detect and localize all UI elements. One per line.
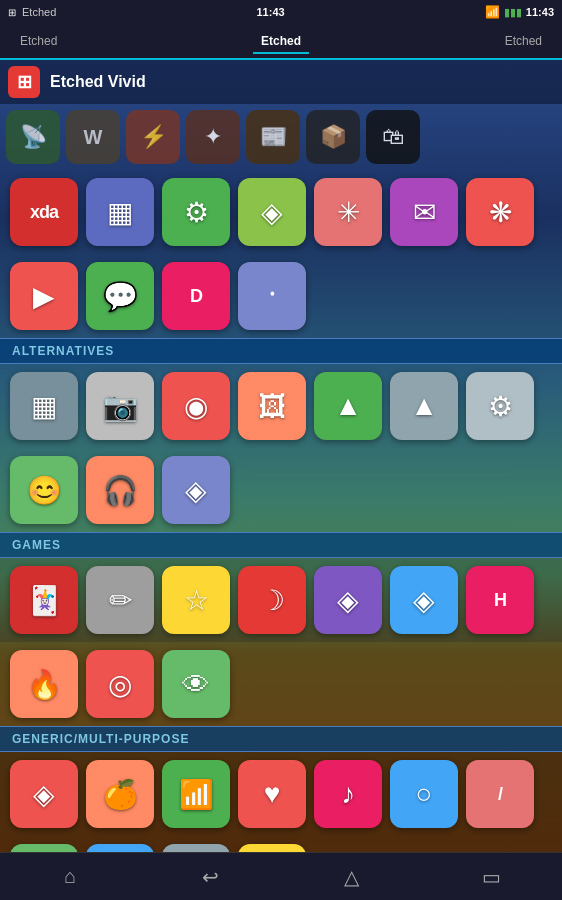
cube2-symbol: ◈ (337, 584, 359, 617)
app-icon-card[interactable]: 🃏 (10, 566, 78, 634)
nav-up-icon: △ (344, 865, 359, 889)
app-icon-circle[interactable]: ◎ (86, 650, 154, 718)
android-icon-symbol: ⚙ (184, 196, 209, 229)
app-icon-music[interactable]: ♪ (314, 760, 382, 828)
tab-etched-center[interactable]: Etched (253, 30, 309, 54)
games-icon-row-2: 🔥 ◎ 👁 (0, 642, 562, 726)
nav-up-btn[interactable]: △ (321, 857, 381, 897)
app-icon-star1[interactable]: ✳ (314, 178, 382, 246)
icon-row-2: ▶ 💬 D ᛫ (0, 254, 562, 338)
top-icons-row: 📡 W ⚡ ✦ 📰 📦 🛍 (0, 104, 562, 170)
star2-symbol: ☆ (184, 584, 209, 617)
app-icon-whatsapp[interactable]: 💬 (86, 262, 154, 330)
app-icon-eye[interactable]: 👁 (162, 650, 230, 718)
app-icon-drive2[interactable]: ▲ (390, 372, 458, 440)
eye-symbol: 👁 (182, 668, 210, 701)
app-icon-d[interactable]: D (162, 262, 230, 330)
app-icon-bluetooth[interactable]: ᛫ (238, 262, 306, 330)
tab-etched-left[interactable]: Etched (12, 30, 65, 52)
settings-symbol: ⚙ (488, 390, 513, 423)
app-icon-heart[interactable]: ♥ (238, 760, 306, 828)
app-icon-headphones[interactable]: 🎧 (86, 456, 154, 524)
app-icon-fruit[interactable]: 🍊 (86, 760, 154, 828)
app-icon-star3[interactable]: ★ (238, 844, 306, 852)
top-icon-1[interactable]: W (66, 110, 120, 164)
app-icon-star2[interactable]: ☆ (162, 566, 230, 634)
app-icon-fire[interactable]: 🔥 (10, 650, 78, 718)
grid-icon-symbol: ▦ (107, 196, 133, 229)
status-bar-right: 📶 ▮▮▮ 11:43 (485, 5, 554, 19)
app-icon-cube3[interactable]: ◈ (390, 566, 458, 634)
main-content: ⊞ Etched Vivid 📡 W ⚡ ✦ 📰 📦 🛍 xda (0, 60, 562, 852)
drive2-symbol: ▲ (410, 390, 438, 422)
top-icon-5-symbol: 📦 (320, 124, 347, 150)
wifi2-symbol: 📶 (179, 778, 214, 811)
app-icon-h[interactable]: H (466, 566, 534, 634)
nav-home-icon: ⌂ (64, 865, 76, 888)
app-icon-settings[interactable]: ⚙ (466, 372, 534, 440)
alt-icon-row-2: 😊 🎧 ◈ (0, 448, 562, 532)
app-icon-refresh[interactable]: ↺ (86, 844, 154, 852)
app-icon-circle2[interactable]: ○ (390, 760, 458, 828)
app-icon-pencil[interactable]: ✏ (86, 566, 154, 634)
icon-row-1: xda ▦ ⚙ ◈ ✳ ✉ ❋ (0, 170, 562, 254)
app-icon-mail[interactable]: ✉ (390, 178, 458, 246)
app-icon-box[interactable]: ◈ (162, 456, 230, 524)
top-icon-3[interactable]: ✦ (186, 110, 240, 164)
app-icon-xda[interactable]: xda (10, 178, 78, 246)
header-section: ⊞ Etched Vivid (0, 60, 562, 104)
app-icon-drive1[interactable]: ▲ (314, 372, 382, 440)
app-icon-chrome[interactable]: ◉ (162, 372, 230, 440)
nav-recent-btn[interactable]: ▭ (462, 857, 522, 897)
top-icon-6-symbol: 🛍 (382, 124, 404, 150)
app-icon-moon[interactable]: ☽ (238, 566, 306, 634)
app-icon-photos[interactable]: 🖼 (238, 372, 306, 440)
box-symbol: ◈ (185, 474, 207, 507)
nav-home-btn[interactable]: ⌂ (40, 857, 100, 897)
flower-symbol: ❋ (489, 196, 512, 229)
top-icon-2[interactable]: ⚡ (126, 110, 180, 164)
app-icon-slash[interactable]: / (466, 760, 534, 828)
cube3-symbol: ◈ (413, 584, 435, 617)
top-icon-4-symbol: 📰 (260, 124, 287, 150)
app-icon-cube[interactable]: ◈ (238, 178, 306, 246)
whatsapp-symbol: 💬 (103, 280, 138, 313)
circle-symbol: ◎ (108, 668, 132, 701)
app-icon-emoji[interactable]: 😊 (10, 456, 78, 524)
app-icon-cube2[interactable]: ◈ (314, 566, 382, 634)
xda-label: xda (30, 202, 58, 223)
app-icon-flower[interactable]: ❋ (466, 178, 534, 246)
top-icon-3-symbol: ✦ (204, 124, 222, 150)
nav-recent-icon: ▭ (482, 865, 501, 889)
photos-symbol: 🖼 (258, 390, 286, 423)
app-icon-box2[interactable]: ◈ (10, 760, 78, 828)
status-time-right: 11:43 (526, 6, 554, 18)
etched-vivid-icon[interactable]: ⊞ (8, 66, 40, 98)
star1-symbol: ✳ (337, 196, 360, 229)
top-icon-6[interactable]: 🛍 (366, 110, 420, 164)
quadrant-symbol: ▦ (31, 390, 57, 423)
app-icon-quadrant[interactable]: ▦ (10, 372, 78, 440)
games-icon-row-1: 🃏 ✏ ☆ ☽ ◈ ◈ H (0, 558, 562, 642)
top-icon-4[interactable]: 📰 (246, 110, 300, 164)
app-icon-wifi[interactable]: 📶 (162, 760, 230, 828)
app-icon-android[interactable]: ⚙ (162, 178, 230, 246)
status-app-label: Etched (22, 6, 56, 18)
top-icon-5[interactable]: 📦 (306, 110, 360, 164)
app-icon-grid[interactable]: ▦ (86, 178, 154, 246)
app-icon-camera[interactable]: 📷 (86, 372, 154, 440)
app-icon-diamond[interactable]: ◆ (162, 844, 230, 852)
headphones-symbol: 🎧 (103, 474, 138, 507)
battery-icon: ▮▮▮ (504, 6, 522, 19)
circle2-symbol: ○ (416, 778, 433, 810)
mail-symbol: ✉ (413, 196, 436, 229)
tab-etched-right[interactable]: Etched (497, 30, 550, 52)
nav-back-btn[interactable]: ↩ (181, 857, 241, 897)
grid-icon: ⊞ (8, 7, 16, 18)
status-bar-left: ⊞ Etched (8, 6, 56, 18)
slash-label: / (498, 784, 502, 805)
section-alternatives: ALTERNATIVES (0, 338, 562, 364)
top-icon-0[interactable]: 📡 (6, 110, 60, 164)
app-icon-leaf[interactable]: 🌿 (10, 844, 78, 852)
app-icon-youtube[interactable]: ▶ (10, 262, 78, 330)
